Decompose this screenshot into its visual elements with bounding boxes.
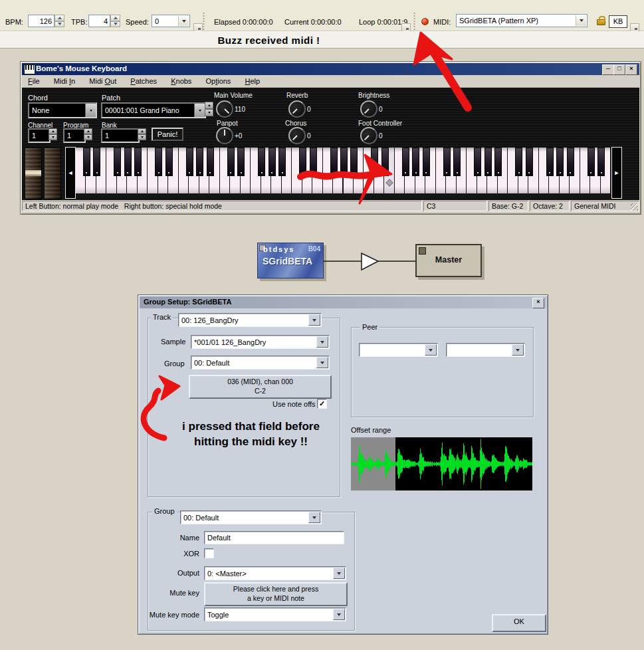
panic-button[interactable]: Panic! [152,128,183,141]
piano-black-key[interactable] [340,148,348,176]
menu-help[interactable]: Help [239,75,266,87]
group2-dropdown[interactable]: 00: Default [180,510,322,524]
piano-black-key[interactable] [258,148,265,176]
mute-key-button[interactable]: Please click here and press a key or MID… [204,582,348,606]
tpb-input[interactable]: 4 [88,15,110,27]
tpb-spinner[interactable] [110,15,120,27]
piano-black-key[interactable] [474,148,481,176]
dialog-titlebar[interactable]: Group Setup: SGridBETA × [140,296,546,308]
bank-input[interactable]: 1 [101,128,140,143]
resize-grip[interactable] [631,203,638,211]
close-button[interactable]: × [625,64,637,75]
piano-black-key[interactable] [237,148,245,176]
machine-master[interactable]: Master [415,244,482,277]
machine-sgridbeta[interactable]: btdsys B04 SGridBETA [257,243,324,278]
ok-button[interactable]: OK [492,614,546,632]
bank-spinner[interactable] [138,128,146,140]
group-dropdown[interactable]: 00: Default [191,356,330,370]
dropdown-arrow-icon[interactable] [425,344,437,356]
piano-black-key[interactable] [134,148,142,176]
piano-black-key[interactable] [278,148,286,176]
piano-black-key[interactable] [453,148,461,176]
spin-down-icon[interactable] [54,21,64,28]
close-icon[interactable]: × [532,298,544,308]
peer-dropdown-2[interactable] [446,343,525,357]
midi-device-dropdown[interactable]: SGridBETA (Pattern XP) [456,14,588,27]
menu-knobs[interactable]: Knobs [165,75,197,87]
dropdown-arrow-icon[interactable] [316,357,328,368]
xor-checkbox[interactable] [204,548,214,558]
bpm-input[interactable]: 126 [28,15,54,27]
panpot-knob[interactable] [216,127,233,144]
dropdown-arrow-icon[interactable] [308,314,320,326]
scroll-left-button[interactable]: ◄ [65,147,76,199]
piano-black-key[interactable] [381,148,389,176]
dropdown-arrow-icon[interactable] [194,104,205,117]
dropdown-arrow-icon[interactable] [512,344,524,356]
piano-black-key[interactable] [350,148,358,176]
piano-black-key[interactable] [330,148,338,176]
piano-black-key[interactable] [402,148,409,176]
piano-black-key[interactable] [227,148,235,176]
piano-black-key[interactable] [526,148,533,176]
foot-controller-knob[interactable] [360,127,377,144]
menu-midi-in[interactable]: Midi In [48,75,81,87]
minimize-button[interactable]: ─ [602,64,614,75]
piano-black-key[interactable] [423,148,430,176]
piano-black-key[interactable] [83,148,90,176]
piano-black-key[interactable] [371,148,378,176]
piano-black-key[interactable] [567,148,574,176]
piano-black-key[interactable] [268,148,276,176]
chorus-knob[interactable] [288,127,306,144]
piano-black-key[interactable] [124,148,132,176]
piano-black-key[interactable] [515,148,522,176]
spin-up-icon[interactable] [110,15,120,21]
spin-up-icon[interactable] [54,15,64,21]
maximize-button[interactable]: □ [613,64,625,75]
channel-spinner[interactable] [49,128,57,140]
patch-spinner[interactable] [205,102,213,116]
brightness-knob[interactable] [360,100,377,118]
lock-icon[interactable] [597,19,605,25]
bome-titlebar[interactable]: Bome's Mouse Keyboard ─ □ × [22,63,639,75]
peer-dropdown-1[interactable] [359,343,438,357]
channel-input[interactable]: 1 [28,128,51,143]
spin-down-icon[interactable] [110,21,120,28]
bpm-spinner[interactable] [54,15,64,27]
dropdown-arrow-icon[interactable] [576,15,586,26]
use-note-offs-checkbox[interactable]: ✓ [317,399,327,409]
main-volume-knob[interactable] [216,100,233,118]
mute-key-mode-dropdown[interactable]: Toggle [204,607,346,621]
name-input[interactable]: Default [204,531,344,544]
track-dropdown[interactable]: 00: 126_BangDry [178,313,322,327]
piano-black-key[interactable] [299,148,306,176]
output-dropdown[interactable]: 0: <Master> [204,566,346,580]
piano-black-key[interactable] [588,148,595,176]
menu-options[interactable]: Options [199,75,237,87]
sample-dropdown[interactable]: *001/01 126_BangDry [191,335,330,349]
pitch-wheel[interactable] [25,148,42,199]
program-spinner[interactable] [84,128,92,140]
piano-black-key[interactable] [93,148,100,176]
dropdown-arrow-icon[interactable] [85,104,96,117]
piano-black-key[interactable] [114,148,121,176]
piano-black-key[interactable] [155,148,162,176]
dropdown-arrow-icon[interactable] [308,512,320,523]
waveform-display[interactable] [351,437,532,490]
menu-patches[interactable]: Patches [124,75,163,87]
midi-note-field[interactable]: 036 (MIDI), chan 000 C-2 [189,375,332,399]
dropdown-arrow-icon[interactable] [333,609,345,620]
menu-file[interactable]: File [22,75,46,87]
dropdown-arrow-icon[interactable] [178,16,189,26]
piano-black-key[interactable] [412,148,419,176]
piano-black-key[interactable] [310,148,317,176]
menu-midi-out[interactable]: Midi Out [83,75,122,87]
piano-black-key[interactable] [443,148,451,176]
kb-button[interactable]: KB [609,15,627,28]
piano-black-key[interactable] [546,148,554,176]
piano-black-key[interactable] [556,148,564,176]
program-input[interactable]: 1 [63,128,86,143]
speed-dropdown[interactable]: 0 [152,15,190,27]
connection-volume-triangle[interactable] [362,253,378,270]
piano-black-key[interactable] [165,148,173,176]
